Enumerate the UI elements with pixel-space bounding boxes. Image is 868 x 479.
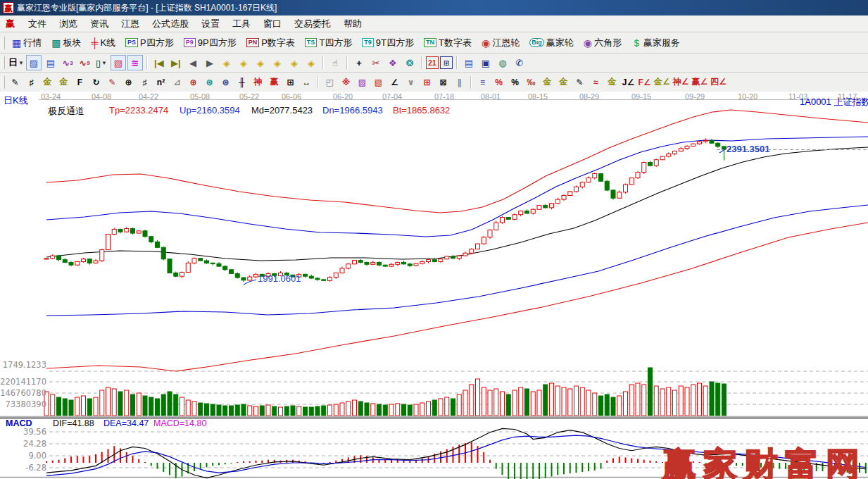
quotes-button[interactable]: ▦行情 <box>8 35 46 51</box>
v-shape-icon[interactable]: ∨ <box>403 75 418 89</box>
candle-style-dropdown-icon[interactable]: ▯▼ <box>94 55 109 70</box>
t-table-button[interactable]: TNT数字表 <box>420 35 476 51</box>
period-dropdown-icon[interactable]: 日▼ <box>8 55 25 70</box>
ruler-123-icon[interactable]: ⊞ <box>283 75 298 89</box>
go-prev-icon[interactable]: ◀ <box>185 55 201 70</box>
menu-item-gann[interactable]: 江恩 <box>115 15 146 32</box>
pattern-tool-icon[interactable]: ▨ <box>26 55 42 70</box>
permille-red-icon[interactable]: ‰ <box>524 75 539 89</box>
winner-service-button[interactable]: ＄赢家服务 <box>627 35 684 51</box>
gann-wheel-button[interactable]: ◉江恩轮 <box>477 35 524 51</box>
spiral-tool-icon[interactable]: ↻ <box>89 75 103 89</box>
diamond-right-icon[interactable]: ◈ <box>236 55 251 70</box>
p-table-button[interactable]: PNP数字表 <box>242 35 299 51</box>
shen-tool-icon[interactable]: 神 <box>251 75 265 89</box>
toolbar-grip[interactable] <box>1 76 5 89</box>
diamond-left-icon[interactable]: ◈ <box>219 55 234 70</box>
hexagon-button[interactable]: ◉六角形 <box>579 35 626 51</box>
p-square-button[interactable]: PSP四方形 <box>121 35 178 51</box>
gann-square-icon[interactable]: ▧ <box>371 75 386 89</box>
ying-tool-icon[interactable]: 赢 <box>267 75 282 89</box>
menu-item-tools[interactable]: 工具 <box>226 15 257 32</box>
go-first-icon[interactable]: |◀ <box>151 55 167 70</box>
winner-wheel-button[interactable]: Big赢家轮 <box>525 35 578 51</box>
save-icon[interactable]: ▣ <box>478 55 493 70</box>
go-last-icon[interactable]: ▶| <box>168 55 184 70</box>
h-span-icon[interactable]: ↔ <box>299 75 314 89</box>
target-red-icon[interactable]: ⊕ <box>186 75 201 89</box>
menu-item-trade[interactable]: 交易委托 <box>288 15 337 32</box>
calculator-icon[interactable]: ⊞ <box>440 56 453 69</box>
report-tool-icon[interactable]: ▤ <box>43 55 58 70</box>
kline-button[interactable]: ╪K线 <box>87 35 120 51</box>
gold-line-icon[interactable]: 金 <box>556 75 571 89</box>
macd-indicator-label[interactable]: MACD <box>6 418 32 428</box>
menu-item-settings[interactable]: 设置 <box>195 15 226 32</box>
grid-red-icon[interactable]: ⊞ <box>420 75 434 89</box>
notes-icon[interactable]: ▤ <box>461 55 477 70</box>
menu-item-help[interactable]: 帮助 <box>337 15 368 32</box>
web-navy-icon[interactable]: ⊛ <box>218 75 233 89</box>
diamond-shrink-icon[interactable]: ◈ <box>270 55 285 70</box>
chart-panel[interactable]: 03-2404-0804-2205-0805-2206-0606-2007-04… <box>0 92 868 479</box>
ying-angle-icon[interactable]: 赢∠ <box>691 75 709 89</box>
diamond-expand-icon[interactable]: ◈ <box>253 55 268 70</box>
mobile-icon[interactable]: ✆ <box>512 55 527 70</box>
menu-item-file[interactable]: 文件 <box>22 15 53 32</box>
hand-tool-icon[interactable]: ☝ <box>327 55 343 70</box>
menu-item-news[interactable]: 资讯 <box>84 15 115 32</box>
menu-item-browse[interactable]: 浏览 <box>53 15 84 32</box>
sectors-button[interactable]: ▩板块 <box>47 35 85 51</box>
cut-tool-icon[interactable]: ✂ <box>368 55 384 70</box>
n-square-icon[interactable]: n² <box>153 75 168 89</box>
fan-lines-icon[interactable]: ※ <box>339 75 353 89</box>
gold-lines-1-icon[interactable]: 金 <box>40 75 55 89</box>
waves-red-icon[interactable]: ≈ <box>589 75 603 89</box>
pen-red-icon[interactable]: ✎ <box>105 75 120 89</box>
shen-angle-icon[interactable]: 神∠ <box>672 75 690 89</box>
j-angle-icon[interactable]: J∠ <box>621 75 636 89</box>
f-angle-icon[interactable]: F∠ <box>637 75 652 89</box>
grid-black-icon[interactable]: ⊠ <box>436 75 451 89</box>
gold-circle-icon[interactable]: 金 <box>540 75 555 89</box>
diamond-zoomout-icon[interactable]: ◈ <box>303 55 319 70</box>
fractal-tool-icon[interactable]: ❂ <box>402 55 417 70</box>
color-scale-icon[interactable]: ≋ <box>127 55 143 70</box>
web-teal-icon[interactable]: ⊛ <box>202 75 217 89</box>
t-square-button[interactable]: TST四方形 <box>301 35 356 51</box>
gold-lines-2-icon[interactable]: 金 <box>56 75 71 89</box>
9p-square-button[interactable]: P99P四方形 <box>180 35 241 51</box>
shape-tool-icon[interactable]: ❖ <box>385 55 401 70</box>
gold-angle-icon[interactable]: 金 <box>605 75 619 89</box>
gann-grid-icon[interactable]: ╫ <box>234 75 249 89</box>
circle-grid-icon[interactable]: ⊕ <box>121 75 136 89</box>
diamond-zoomin-icon[interactable]: ◈ <box>287 55 302 70</box>
wave9-tool-icon[interactable]: ∿9 <box>77 55 92 70</box>
rect-tool-icon[interactable]: ◰ <box>322 75 337 89</box>
web-save-icon[interactable]: ◍ <box>495 55 510 70</box>
wave3-tool-icon[interactable]: ∿3 <box>60 55 75 70</box>
angle-gray-icon[interactable]: ⊿ <box>170 75 184 89</box>
gold-angle-2-icon[interactable]: 金∠ <box>653 75 671 89</box>
percent-red-icon[interactable]: % <box>491 75 506 89</box>
crosshair-tool-icon[interactable]: + <box>351 55 367 70</box>
menu-item-formula-pick[interactable]: 公式选股 <box>146 15 195 32</box>
level-list-icon[interactable]: ≡ <box>475 75 490 89</box>
toolbar-grip[interactable] <box>1 56 5 69</box>
pen-tool-icon[interactable]: ✎ <box>8 75 23 89</box>
9t-square-button[interactable]: T99T四方形 <box>358 35 418 51</box>
toolbar-grip[interactable] <box>1 37 5 49</box>
menu-item-window[interactable]: 窗口 <box>257 15 288 32</box>
kx-pattern-icon[interactable]: ▧ <box>111 55 126 70</box>
si-angle-icon[interactable]: 四∠ <box>710 75 727 89</box>
parallel-lines-icon[interactable]: ∥ <box>452 75 467 89</box>
calendar-icon[interactable]: 21 <box>426 56 439 69</box>
f-lines-icon[interactable]: F <box>73 75 87 89</box>
trend-angle-icon[interactable]: ∠ <box>387 75 402 89</box>
pen-angle-icon[interactable]: ✎ <box>572 75 587 89</box>
percent-black-icon[interactable]: % <box>508 75 522 89</box>
hash-lines-icon[interactable]: ♯ <box>24 75 39 89</box>
go-next-icon[interactable]: ▶ <box>202 55 218 70</box>
gann-box-icon[interactable]: ▨ <box>355 75 370 89</box>
hash-lines-2-icon[interactable]: ♯ <box>137 75 152 89</box>
